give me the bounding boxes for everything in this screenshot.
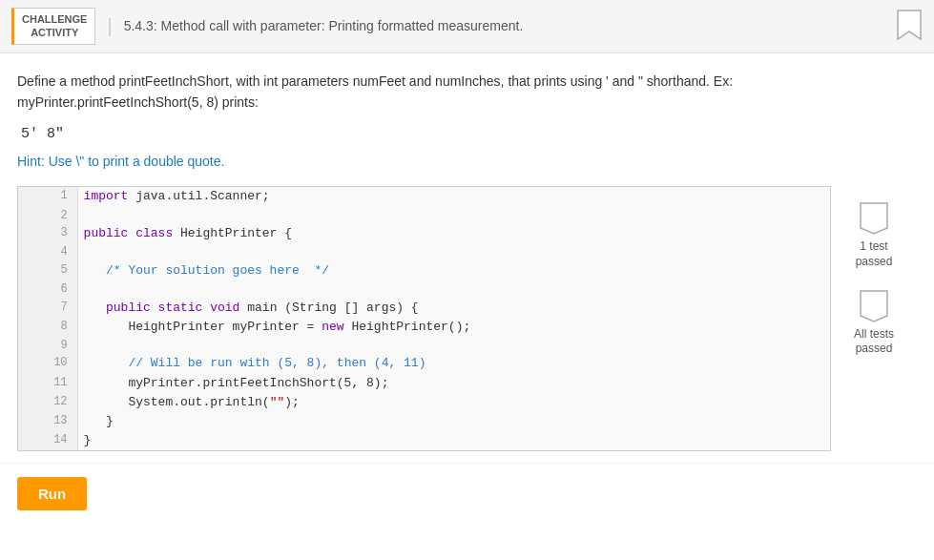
hint-text: Hint: Use \" to print a double quote. xyxy=(17,154,917,169)
line-code xyxy=(77,243,830,261)
table-row: 10 // Will be run with (5, 8), then (4, … xyxy=(18,354,830,373)
main-content: Define a method printFeetInchShort, with… xyxy=(0,53,934,464)
line-code: HeightPrinter myPrinter = new HeightPrin… xyxy=(77,318,830,337)
code-editor[interactable]: 1 import java.util.Scanner; 2 3 public c… xyxy=(17,186,831,451)
line-code xyxy=(77,337,830,355)
line-number: 9 xyxy=(18,337,77,355)
line-code: myPrinter.printFeetInchShort(5, 8); xyxy=(77,374,830,393)
line-number: 11 xyxy=(18,374,77,393)
table-row: 4 xyxy=(18,243,830,261)
table-row: 2 xyxy=(18,207,830,225)
table-row: 9 xyxy=(18,337,830,355)
test-panel: 1 testpassed All testspassed xyxy=(831,186,917,451)
line-number: 4 xyxy=(18,243,77,261)
table-row: 7 public static void main (String [] arg… xyxy=(18,299,830,318)
table-row: 11 myPrinter.printFeetInchShort(5, 8); xyxy=(18,374,830,393)
line-number: 10 xyxy=(18,354,77,373)
line-number: 8 xyxy=(18,318,77,337)
challenge-activity-label: CHALLENGE ACTIVITY xyxy=(11,8,95,45)
line-number: 2 xyxy=(18,207,77,225)
svg-marker-1 xyxy=(861,203,887,234)
line-code: } xyxy=(77,431,830,450)
table-row: 5 /* Your solution goes here */ xyxy=(18,261,830,280)
line-number: 5 xyxy=(18,261,77,280)
line-number: 7 xyxy=(18,299,77,318)
line-code: /* Your solution goes here */ xyxy=(77,261,830,280)
line-code: import java.util.Scanner; xyxy=(77,187,830,206)
run-button[interactable]: Run xyxy=(17,477,87,510)
line-code xyxy=(77,280,830,299)
bookmark-icon[interactable] xyxy=(896,9,923,44)
line-number: 3 xyxy=(18,224,77,243)
table-row: 6 xyxy=(18,280,830,299)
table-row: 12 System.out.println(""); xyxy=(18,393,830,412)
svg-marker-0 xyxy=(898,10,921,39)
table-row: 14 } xyxy=(18,431,830,450)
test-badge-2: All testspassed xyxy=(854,289,894,357)
line-code: } xyxy=(77,412,830,431)
header-divider: | xyxy=(107,15,112,37)
line-number: 1 xyxy=(18,187,77,206)
line-code: public static void main (String [] args)… xyxy=(77,299,830,318)
header: CHALLENGE ACTIVITY | 5.4.3: Method call … xyxy=(0,0,934,53)
table-row: 8 HeightPrinter myPrinter = new HeightPr… xyxy=(18,318,830,337)
line-number: 12 xyxy=(18,393,77,412)
test-2-label: All testspassed xyxy=(854,327,894,357)
description-text: Define a method printFeetInchShort, with… xyxy=(17,71,917,114)
table-row: 3 public class HeightPrinter { xyxy=(18,224,830,243)
line-number: 6 xyxy=(18,280,77,299)
code-example: 5' 8" xyxy=(21,126,917,142)
header-title: 5.4.3: Method call with parameter: Print… xyxy=(124,18,884,33)
svg-marker-2 xyxy=(861,291,887,321)
line-number: 14 xyxy=(18,431,77,450)
test-badge-1: 1 testpassed xyxy=(856,201,893,269)
table-row: 13 } xyxy=(18,412,830,431)
test-1-label: 1 testpassed xyxy=(856,239,893,269)
line-code: // Will be run with (5, 8), then (4, 11) xyxy=(77,354,830,373)
line-number: 13 xyxy=(18,412,77,431)
table-row: 1 import java.util.Scanner; xyxy=(18,187,830,206)
line-code: System.out.println(""); xyxy=(77,393,830,412)
line-code xyxy=(77,207,830,225)
bottom-bar: Run xyxy=(0,463,934,524)
line-code: public class HeightPrinter { xyxy=(77,224,830,243)
editor-wrapper: 1 import java.util.Scanner; 2 3 public c… xyxy=(17,186,917,451)
code-table: 1 import java.util.Scanner; 2 3 public c… xyxy=(18,187,830,450)
